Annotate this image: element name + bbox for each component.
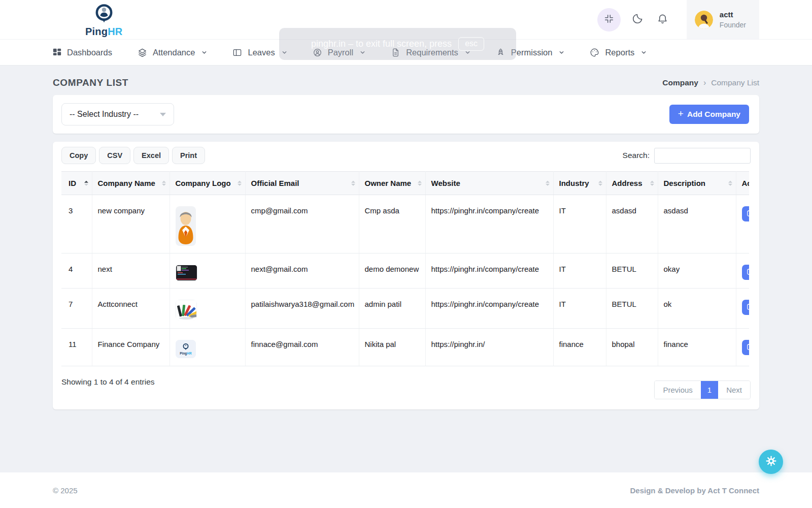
filter-card: -- Select Industry -- Add Company	[53, 95, 759, 134]
edit-company-button[interactable]	[742, 340, 750, 355]
column-header-industry[interactable]: Industry	[553, 172, 606, 195]
dark-mode-toggle[interactable]	[632, 13, 644, 26]
address-cell: BETUL	[606, 253, 658, 289]
settings-fab[interactable]	[759, 450, 783, 474]
breadcrumb-company-list: Company List	[711, 78, 759, 87]
rocket-icon	[496, 48, 505, 57]
chevron-down-icon	[559, 50, 564, 55]
website-cell: https://pinghr.in/company/create	[425, 195, 553, 253]
app-logo-text: PingHR	[85, 26, 122, 37]
breadcrumb-separator-icon	[703, 78, 706, 87]
chevron-down-icon	[641, 50, 647, 55]
column-header-description[interactable]: Description	[658, 172, 736, 195]
company-logo-pinghr-mini: PingHR	[176, 340, 196, 358]
address-cell: bhopal	[606, 328, 658, 366]
bell-icon	[657, 13, 668, 26]
industry-select[interactable]: -- Select Industry --	[61, 103, 174, 125]
app-logo[interactable]: PingHR	[85, 3, 122, 37]
copy-export-button[interactable]: Copy	[61, 147, 96, 164]
company-logo-cell: PingHR	[170, 328, 245, 366]
company-logo-person-avatar	[176, 206, 196, 246]
owner-cell: Nikita pal	[359, 328, 425, 366]
column-header-owner-name[interactable]: Owner Name	[359, 172, 425, 195]
chevron-down-icon	[201, 50, 207, 55]
company-table: IDCompany NameCompany LogoOfficial Email…	[61, 171, 749, 366]
user-menu[interactable]: actt Founder	[687, 0, 759, 39]
industry-cell: IT	[553, 289, 606, 329]
company-logo-cell	[170, 289, 245, 329]
action-cell	[736, 328, 749, 366]
description-cell: finance	[658, 328, 736, 366]
nav-item-dashboards[interactable]: Dashboards	[53, 48, 112, 57]
export-buttons: CopyCSVExcelPrint	[61, 147, 205, 164]
csv-export-button[interactable]: CSV	[99, 147, 130, 164]
notifications-button[interactable]	[657, 13, 668, 26]
exit-fullscreen-button[interactable]	[597, 8, 621, 31]
moon-icon	[632, 13, 644, 26]
user-role: Founder	[720, 21, 746, 29]
page-title: COMPANY LIST	[53, 77, 128, 88]
column-header-website[interactable]: Website	[425, 172, 553, 195]
search-label: Search:	[623, 151, 650, 160]
pinghr-logo-icon	[93, 3, 115, 26]
search-input[interactable]	[654, 148, 751, 164]
website-cell: https://pinghr.in/company/create	[425, 253, 553, 289]
id-cell: 11	[61, 328, 92, 366]
excel-export-button[interactable]: Excel	[133, 147, 169, 164]
owner-cell: demo demonew	[359, 253, 425, 289]
sort-icon	[418, 180, 422, 186]
chevron-down-icon	[282, 50, 287, 55]
table-row: 11Finance CompanyPingHRfinnace@gmail.com…	[61, 328, 749, 366]
company-table-wrapper: IDCompany NameCompany LogoOfficial Email…	[61, 171, 749, 366]
column-header-id[interactable]: ID	[61, 172, 92, 195]
address-cell: BETUL	[606, 289, 658, 329]
industry-cell: IT	[553, 195, 606, 253]
main-content: COMPANY LIST Company Company List -- Sel…	[0, 66, 812, 409]
pagination-previous[interactable]: Previous	[655, 381, 700, 399]
chevron-down-icon	[360, 50, 365, 55]
sort-icon	[84, 180, 88, 186]
nav-item-leaves[interactable]: Leaves	[232, 48, 287, 57]
pagination-next[interactable]: Next	[718, 381, 750, 399]
email-cell: next@gmail.com	[245, 253, 359, 289]
nav-item-attendance[interactable]: Attendance	[138, 48, 207, 57]
column-header-company-logo[interactable]: Company Logo	[170, 172, 245, 195]
company-name-cell: next	[92, 253, 170, 289]
nav-item-permission[interactable]: Permission	[496, 48, 565, 57]
pagination: Previous 1 Next	[654, 380, 751, 399]
company-name-cell: Finance Company	[92, 328, 170, 366]
nav-item-reports[interactable]: Reports	[590, 48, 647, 57]
nav-item-payroll[interactable]: Payroll	[313, 48, 365, 57]
column-header-official-email[interactable]: Official Email	[245, 172, 359, 195]
edit-company-button[interactable]	[742, 206, 750, 221]
owner-cell: Cmp asda	[359, 195, 425, 253]
id-cell: 3	[61, 195, 92, 253]
website-cell: https://pinghr.in/	[425, 328, 553, 366]
topbar-actions: actt Founder	[597, 0, 812, 39]
column-header-action[interactable]: Action	[736, 172, 749, 195]
id-cell: 7	[61, 289, 92, 329]
print-export-button[interactable]: Print	[172, 147, 205, 164]
sort-icon	[351, 180, 355, 186]
credit-text: Design & Develop by Act T Connect	[630, 486, 759, 495]
edit-company-button[interactable]	[742, 265, 750, 280]
owner-cell: admin patil	[359, 289, 425, 329]
breadcrumb: Company Company List	[662, 78, 759, 87]
nav-item-requirements[interactable]: Requirements	[391, 48, 470, 57]
column-header-company-name[interactable]: Company Name	[92, 172, 170, 195]
gear-icon	[765, 455, 777, 469]
edit-icon	[747, 268, 749, 277]
breadcrumb-company[interactable]: Company	[662, 78, 698, 87]
table-row: 4nextnext@gmail.comdemo demonewhttps://p…	[61, 253, 749, 289]
company-logo-cell	[170, 195, 245, 253]
id-cell: 4	[61, 253, 92, 289]
pagination-page-1[interactable]: 1	[701, 381, 718, 399]
table-row: 7Acttconnectpatilaishwarya318@gmail.coma…	[61, 289, 749, 329]
svg-text:PingHR: PingHR	[180, 352, 192, 356]
action-cell	[736, 289, 749, 329]
user-name: actt	[720, 10, 746, 19]
column-header-address[interactable]: Address	[606, 172, 658, 195]
company-logo-cell	[170, 253, 245, 289]
edit-company-button[interactable]	[742, 300, 750, 315]
add-company-button[interactable]: Add Company	[669, 105, 749, 124]
